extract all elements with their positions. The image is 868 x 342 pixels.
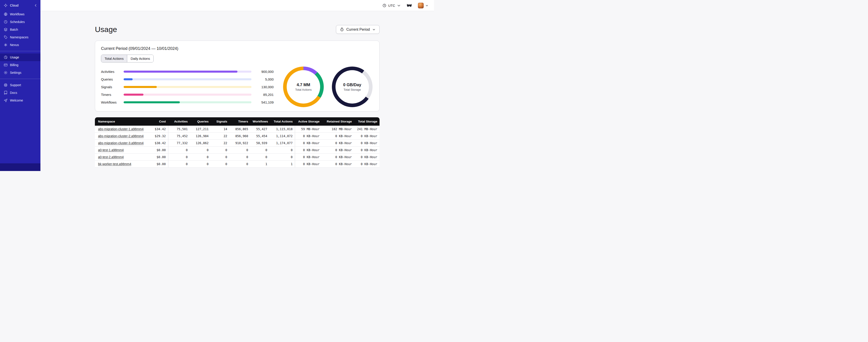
sidebar-nav-main: WorkflowsSchedulesBatchNamespacesNexus	[0, 10, 40, 49]
schedules-icon	[4, 20, 8, 24]
sidebar-item-docs[interactable]: Docs	[0, 89, 40, 97]
page-title: Usage	[95, 25, 117, 34]
table-cell: 0 KB-Hour	[354, 161, 379, 168]
table-cell: 0	[211, 161, 229, 168]
support-icon	[4, 83, 8, 87]
sidebar-item-support[interactable]: Support	[0, 81, 40, 89]
period-dropdown-label: Current Period	[346, 28, 370, 32]
namespace-link[interactable]: abs-migration-cluster-1.a98mm4	[98, 127, 144, 131]
sidebar-item-label: Nexus	[10, 43, 19, 47]
sidebar-item-workflows[interactable]: Workflows	[0, 10, 40, 18]
avatar	[418, 2, 424, 8]
sidebar-item-welcome[interactable]: Welcome	[0, 97, 40, 104]
donut-chart-total-actions: 4.7 MMTotal Actions	[283, 67, 324, 107]
sidebar-item-label: Namespaces	[10, 35, 28, 39]
namespace-cell: abs-migration-cluster-2.a98mm4	[95, 133, 147, 140]
table-cell: $38.42	[147, 140, 168, 147]
donut-label: Total Storage	[344, 88, 361, 91]
donut-center: 0 GB/DayTotal Storage	[336, 70, 369, 104]
sidebar-item-label: Billing	[10, 63, 18, 67]
table-header-retained-storage: Retained Storage	[322, 117, 354, 126]
namespace-link[interactable]: a0-test-2.a98mm4	[98, 155, 124, 159]
table-cell: 910,922	[229, 140, 251, 147]
table-cell: $0.00	[147, 161, 168, 168]
table-cell: 182 MB-Hour	[322, 126, 354, 133]
table-header-total-storage: Total Storage	[354, 117, 379, 126]
sidebar-divider	[0, 79, 40, 79]
table-cell: 0	[190, 153, 211, 161]
sidebar-divider	[0, 51, 40, 51]
timezone-selector[interactable]: UTC	[382, 3, 401, 8]
namespace-link[interactable]: bk-worker-test.a98mm4	[98, 162, 131, 166]
table-cell: 126,984	[190, 133, 211, 140]
usage-card-title: Current Period (09/01/2024 — 10/01/2024)	[101, 46, 373, 51]
actions-tab-group: Total ActionsDaily Actions	[101, 55, 154, 63]
usage-bar-row-workflows: Workflows541,109	[101, 98, 274, 106]
table-cell: 22	[211, 133, 229, 140]
bar-label: Workflows	[101, 100, 120, 104]
usage-bar-row-activities: Activities900,000	[101, 68, 274, 75]
namespace-usage-table: NamespaceCostActivitiesQueriesSignalsTim…	[95, 117, 379, 168]
goggles-button[interactable]	[406, 2, 412, 8]
goggles-icon	[406, 2, 412, 8]
table-cell: 0 KB-Hour	[295, 153, 322, 161]
table-cell: 0	[168, 147, 190, 153]
table-cell: 0	[229, 153, 251, 161]
account-menu[interactable]	[418, 2, 429, 8]
batch-icon	[4, 28, 8, 32]
table-cell: 0	[270, 153, 295, 161]
bar-track	[124, 71, 251, 73]
nexus-icon	[4, 43, 8, 47]
sidebar-item-label: Support	[10, 83, 21, 87]
main-area: UTC Usage Current Period	[40, 0, 434, 171]
table-cell: 1	[270, 161, 295, 168]
welcome-icon	[4, 98, 8, 102]
billing-icon	[4, 63, 8, 67]
namespace-link[interactable]: abs-migration-cluster-3.a98mm4	[98, 141, 144, 145]
table-header-signals: Signals	[211, 117, 229, 126]
table-cell: 856,865	[229, 126, 251, 133]
tab-total-actions[interactable]: Total Actions	[101, 55, 127, 62]
sidebar-item-settings[interactable]: Settings	[0, 69, 40, 76]
namespace-cell: abs-migration-cluster-1.a98mm4	[95, 126, 147, 133]
table-cell: $29.32	[147, 133, 168, 140]
table-cell: 75,501	[168, 126, 190, 133]
table-row: a0-test-1.a98mm4$0.000000000 KB-Hour0 KB…	[95, 147, 379, 153]
table-cell: 0	[211, 153, 229, 161]
content-container: Usage Current Period Current Period (09/…	[95, 11, 379, 168]
cloud-logo-icon	[4, 3, 8, 7]
table-cell: 0 KB-Hour	[322, 133, 354, 140]
sidebar-item-label: Docs	[10, 91, 17, 95]
table-cell: 0 KB-Hour	[295, 140, 322, 147]
sidebar-item-usage[interactable]: Usage	[0, 54, 40, 61]
table-cell: 77,332	[168, 140, 190, 147]
sidebar-footer	[0, 163, 40, 171]
namespace-link[interactable]: a0-test-1.a98mm4	[98, 148, 124, 152]
table-cell: 0	[270, 147, 295, 153]
namespace-link[interactable]: abs-migration-cluster-2.a98mm4	[98, 134, 144, 138]
sidebar-brand-label: Cloud	[10, 4, 31, 7]
namespace-cell: bk-worker-test.a98mm4	[95, 161, 147, 168]
sidebar-collapse-icon[interactable]	[34, 3, 38, 7]
table-header-activities: Activities	[168, 117, 190, 126]
sidebar-item-namespaces[interactable]: Namespaces	[0, 33, 40, 41]
sidebar-item-schedules[interactable]: Schedules	[0, 18, 40, 26]
table-header-timers: Timers	[229, 117, 251, 126]
period-dropdown-button[interactable]: Current Period	[336, 25, 379, 34]
sidebar-nav-account: UsageBillingSettings	[0, 54, 40, 76]
sidebar-item-label: Welcome	[10, 99, 23, 102]
table-cell: 0	[229, 147, 251, 153]
namespace-cell: abs-migration-cluster-3.a98mm4	[95, 140, 147, 147]
donut-label: Total Actions	[295, 88, 312, 91]
table-row: abs-migration-cluster-1.a98mm4$34.4275,5…	[95, 126, 379, 133]
bar-track	[124, 86, 251, 88]
sidebar-item-nexus[interactable]: Nexus	[0, 41, 40, 49]
table-cell: 0	[168, 161, 190, 168]
sidebar-item-billing[interactable]: Billing	[0, 61, 40, 69]
sidebar-item-batch[interactable]: Batch	[0, 26, 40, 33]
table-header-row: NamespaceCostActivitiesQueriesSignalsTim…	[95, 117, 379, 126]
page-header: Usage Current Period	[95, 25, 379, 34]
settings-icon	[4, 71, 8, 75]
tab-daily-actions[interactable]: Daily Actions	[127, 55, 153, 62]
table-header-workflows: Workflows	[250, 117, 270, 126]
